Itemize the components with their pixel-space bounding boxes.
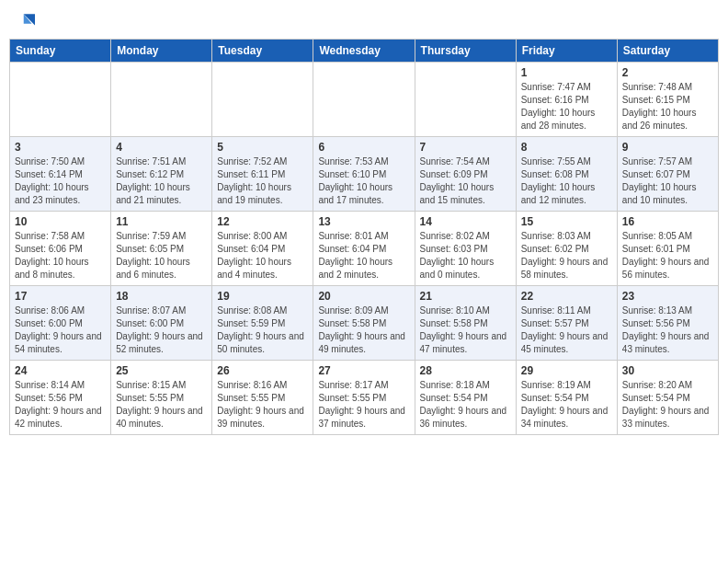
day-info: Sunrise: 7:55 AM Sunset: 6:08 PM Dayligh… (521, 155, 612, 207)
day-cell: 19Sunrise: 8:08 AM Sunset: 5:59 PM Dayli… (212, 286, 313, 361)
day-number: 30 (622, 364, 713, 377)
day-cell: 7Sunrise: 7:54 AM Sunset: 6:09 PM Daylig… (415, 137, 516, 212)
day-cell: 2Sunrise: 7:48 AM Sunset: 6:15 PM Daylig… (617, 63, 718, 137)
day-cell (212, 63, 313, 137)
day-number: 26 (217, 364, 308, 377)
day-cell: 21Sunrise: 8:10 AM Sunset: 5:58 PM Dayli… (415, 286, 516, 361)
day-cell: 6Sunrise: 7:53 AM Sunset: 6:10 PM Daylig… (313, 137, 415, 212)
day-number: 21 (420, 290, 511, 303)
day-cell: 14Sunrise: 8:02 AM Sunset: 6:03 PM Dayli… (415, 212, 516, 286)
day-info: Sunrise: 7:57 AM Sunset: 6:07 PM Dayligh… (622, 155, 713, 207)
day-number: 14 (420, 215, 511, 228)
day-info: Sunrise: 8:06 AM Sunset: 6:00 PM Dayligh… (15, 304, 106, 356)
day-header-thursday: Thursday (415, 40, 516, 63)
day-cell: 8Sunrise: 7:55 AM Sunset: 6:08 PM Daylig… (516, 137, 617, 212)
week-row-1: 1Sunrise: 7:47 AM Sunset: 6:16 PM Daylig… (10, 63, 719, 137)
day-info: Sunrise: 8:07 AM Sunset: 6:00 PM Dayligh… (116, 304, 207, 356)
day-info: Sunrise: 8:20 AM Sunset: 5:54 PM Dayligh… (622, 379, 713, 431)
day-number: 23 (622, 290, 713, 303)
day-cell: 17Sunrise: 8:06 AM Sunset: 6:00 PM Dayli… (10, 286, 111, 361)
day-number: 11 (116, 215, 207, 228)
day-number: 17 (15, 290, 106, 303)
day-number: 16 (622, 215, 713, 228)
svg-rect-0 (9, 9, 35, 35)
day-info: Sunrise: 8:08 AM Sunset: 5:59 PM Dayligh… (217, 304, 308, 356)
day-cell: 30Sunrise: 8:20 AM Sunset: 5:54 PM Dayli… (617, 361, 718, 435)
day-number: 6 (318, 141, 409, 154)
day-info: Sunrise: 7:48 AM Sunset: 6:15 PM Dayligh… (622, 81, 713, 132)
day-number: 18 (116, 290, 207, 303)
day-info: Sunrise: 7:50 AM Sunset: 6:14 PM Dayligh… (15, 155, 106, 207)
day-cell: 29Sunrise: 8:19 AM Sunset: 5:54 PM Dayli… (516, 361, 617, 435)
day-info: Sunrise: 7:52 AM Sunset: 6:11 PM Dayligh… (217, 155, 308, 207)
day-number: 8 (521, 141, 612, 154)
day-cell (111, 63, 212, 137)
day-cell (313, 63, 415, 137)
day-cell: 27Sunrise: 8:17 AM Sunset: 5:55 PM Dayli… (313, 361, 415, 435)
day-info: Sunrise: 7:53 AM Sunset: 6:10 PM Dayligh… (318, 155, 409, 207)
day-header-sunday: Sunday (10, 40, 111, 63)
logo (9, 9, 39, 35)
day-info: Sunrise: 7:58 AM Sunset: 6:06 PM Dayligh… (15, 230, 106, 282)
week-row-4: 17Sunrise: 8:06 AM Sunset: 6:00 PM Dayli… (10, 286, 719, 361)
day-cell: 16Sunrise: 8:05 AM Sunset: 6:01 PM Dayli… (617, 212, 718, 286)
day-header-friday: Friday (516, 40, 617, 63)
day-info: Sunrise: 8:01 AM Sunset: 6:04 PM Dayligh… (318, 230, 409, 282)
day-header-saturday: Saturday (617, 40, 718, 63)
day-number: 19 (217, 290, 308, 303)
day-info: Sunrise: 8:15 AM Sunset: 5:55 PM Dayligh… (116, 379, 207, 431)
day-info: Sunrise: 8:19 AM Sunset: 5:54 PM Dayligh… (521, 379, 612, 431)
day-cell: 25Sunrise: 8:15 AM Sunset: 5:55 PM Dayli… (111, 361, 212, 435)
day-cell: 4Sunrise: 7:51 AM Sunset: 6:12 PM Daylig… (111, 137, 212, 212)
day-number: 15 (521, 215, 612, 228)
day-number: 2 (622, 66, 713, 79)
day-number: 13 (318, 215, 409, 228)
day-number: 29 (521, 364, 612, 377)
day-cell: 1Sunrise: 7:47 AM Sunset: 6:16 PM Daylig… (516, 63, 617, 137)
day-info: Sunrise: 7:59 AM Sunset: 6:05 PM Dayligh… (116, 230, 207, 282)
day-number: 10 (15, 215, 106, 228)
day-number: 9 (622, 141, 713, 154)
calendar-table: SundayMondayTuesdayWednesdayThursdayFrid… (9, 39, 719, 435)
day-number: 3 (15, 141, 106, 154)
day-info: Sunrise: 7:54 AM Sunset: 6:09 PM Dayligh… (420, 155, 511, 207)
day-number: 22 (521, 290, 612, 303)
day-info: Sunrise: 8:10 AM Sunset: 5:58 PM Dayligh… (420, 304, 511, 356)
day-cell: 15Sunrise: 8:03 AM Sunset: 6:02 PM Dayli… (516, 212, 617, 286)
day-cell: 10Sunrise: 7:58 AM Sunset: 6:06 PM Dayli… (10, 212, 111, 286)
day-info: Sunrise: 8:18 AM Sunset: 5:54 PM Dayligh… (420, 379, 511, 431)
day-cell: 26Sunrise: 8:16 AM Sunset: 5:55 PM Dayli… (212, 361, 313, 435)
day-info: Sunrise: 8:13 AM Sunset: 5:56 PM Dayligh… (622, 304, 713, 356)
day-number: 27 (318, 364, 409, 377)
week-row-2: 3Sunrise: 7:50 AM Sunset: 6:14 PM Daylig… (10, 137, 719, 212)
day-info: Sunrise: 8:03 AM Sunset: 6:02 PM Dayligh… (521, 230, 612, 282)
day-cell: 9Sunrise: 7:57 AM Sunset: 6:07 PM Daylig… (617, 137, 718, 212)
day-cell: 13Sunrise: 8:01 AM Sunset: 6:04 PM Dayli… (313, 212, 415, 286)
day-cell (10, 63, 111, 137)
day-info: Sunrise: 8:16 AM Sunset: 5:55 PM Dayligh… (217, 379, 308, 431)
page-header (9, 9, 719, 35)
day-cell: 3Sunrise: 7:50 AM Sunset: 6:14 PM Daylig… (10, 137, 111, 212)
day-cell: 23Sunrise: 8:13 AM Sunset: 5:56 PM Dayli… (617, 286, 718, 361)
day-cell (415, 63, 516, 137)
week-row-5: 24Sunrise: 8:14 AM Sunset: 5:56 PM Dayli… (10, 361, 719, 435)
day-number: 5 (217, 141, 308, 154)
day-number: 1 (521, 66, 612, 79)
day-info: Sunrise: 7:51 AM Sunset: 6:12 PM Dayligh… (116, 155, 207, 207)
day-number: 24 (15, 364, 106, 377)
day-cell: 11Sunrise: 7:59 AM Sunset: 6:05 PM Dayli… (111, 212, 212, 286)
day-cell: 24Sunrise: 8:14 AM Sunset: 5:56 PM Dayli… (10, 361, 111, 435)
day-header-wednesday: Wednesday (313, 40, 415, 63)
day-info: Sunrise: 8:05 AM Sunset: 6:01 PM Dayligh… (622, 230, 713, 282)
day-info: Sunrise: 8:00 AM Sunset: 6:04 PM Dayligh… (217, 230, 308, 282)
day-info: Sunrise: 8:02 AM Sunset: 6:03 PM Dayligh… (420, 230, 511, 282)
day-cell: 18Sunrise: 8:07 AM Sunset: 6:00 PM Dayli… (111, 286, 212, 361)
day-info: Sunrise: 8:09 AM Sunset: 5:58 PM Dayligh… (318, 304, 409, 356)
day-number: 4 (116, 141, 207, 154)
day-cell: 20Sunrise: 8:09 AM Sunset: 5:58 PM Dayli… (313, 286, 415, 361)
day-number: 20 (318, 290, 409, 303)
day-number: 12 (217, 215, 308, 228)
day-number: 25 (116, 364, 207, 377)
day-info: Sunrise: 8:11 AM Sunset: 5:57 PM Dayligh… (521, 304, 612, 356)
week-row-3: 10Sunrise: 7:58 AM Sunset: 6:06 PM Dayli… (10, 212, 719, 286)
